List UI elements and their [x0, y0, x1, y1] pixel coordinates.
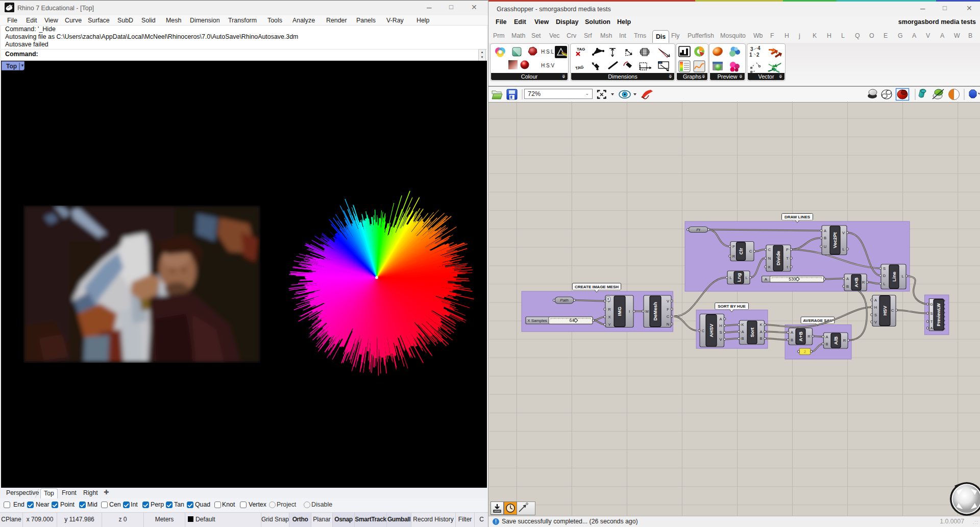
svg-text:A: A [765, 277, 768, 282]
svg-text:L: L [745, 275, 747, 280]
svg-text:C: C [702, 329, 705, 333]
svg-text:A: A [846, 277, 849, 281]
svg-text:Divide: Divide [775, 251, 781, 266]
svg-text:Clr: Clr [738, 248, 744, 255]
svg-text:L: L [901, 274, 903, 279]
svg-text:A: A [719, 317, 722, 321]
svg-text:R: R [807, 334, 811, 339]
svg-text:P: P [786, 247, 789, 252]
svg-text:N: N [667, 322, 669, 327]
svg-text:B: B [825, 342, 828, 346]
svg-text:A+B: A+B [798, 332, 803, 341]
svg-text:R: R [608, 307, 611, 312]
svg-text:F: F [667, 307, 669, 312]
svg-text:B: B [741, 336, 744, 341]
svg-text:2: 2 [756, 52, 760, 58]
svg-text:X Samples: X Samples [527, 318, 547, 323]
svg-text:TAG: TAG [577, 47, 585, 52]
svg-text:A×B: A×B [853, 278, 859, 287]
svg-text:B: B [846, 284, 849, 289]
svg-text:L: L [883, 282, 885, 286]
svg-text:D: D [883, 273, 886, 278]
svg-text:K: K [741, 322, 744, 327]
svg-text:SORT BY HUE: SORT BY HUE [718, 304, 746, 309]
svg-text:V: V [667, 299, 669, 304]
svg-text:2: 2 [804, 349, 806, 354]
svg-text:Line: Line [891, 271, 897, 282]
svg-text:HSV: HSV [882, 306, 888, 316]
svg-text:TAG: TAG [575, 65, 584, 71]
svg-text:G: G [930, 302, 933, 307]
svg-text:PreviewLW: PreviewLW [936, 303, 941, 326]
svg-text:R: R [862, 280, 865, 285]
svg-text:B: B [824, 236, 826, 240]
svg-text:C: C [667, 314, 670, 319]
svg-text:V: V [842, 231, 845, 235]
svg-text:S: S [874, 313, 877, 317]
svg-text:V: V [874, 320, 877, 324]
svg-text:B: B [760, 336, 762, 341]
svg-text:T: T [930, 319, 933, 324]
svg-text:Vec2Pt: Vec2Pt [832, 232, 838, 248]
svg-text:S: S [930, 311, 933, 316]
svg-text:N: N [768, 256, 771, 261]
svg-text:S: S [883, 266, 886, 271]
svg-text:DeMesh: DeMesh [652, 302, 658, 321]
svg-text:CREATE IMAGE MESH: CREATE IMAGE MESH [575, 285, 619, 289]
svg-text:L: L [729, 275, 731, 280]
svg-text:L: L [842, 247, 844, 252]
svg-text:C: C [749, 249, 752, 254]
svg-text:IMG: IMG [617, 307, 622, 316]
svg-text:C: C [891, 308, 894, 313]
svg-text:S: S [719, 330, 722, 335]
svg-text:C: C [768, 247, 771, 252]
svg-text:P: P [732, 244, 735, 249]
svg-text:R: R [732, 254, 736, 259]
svg-text:I: I [629, 309, 630, 314]
svg-text:A: A [741, 330, 744, 334]
svg-text:H: H [719, 323, 722, 328]
svg-text:Lng: Lng [736, 273, 742, 282]
svg-text:U: U [824, 244, 826, 249]
svg-text:4: 4 [757, 45, 761, 51]
svg-text:A/B: A/B [833, 336, 839, 345]
svg-text:1: 1 [749, 52, 752, 58]
svg-text:DRAW LINES: DRAW LINES [785, 215, 811, 219]
svg-text:V: V [719, 337, 722, 342]
svg-text:T: T [786, 256, 789, 261]
svg-text:X: X [608, 315, 610, 319]
svg-text:A: A [760, 330, 762, 334]
svg-text:A: A [791, 330, 793, 335]
svg-text:Sort: Sort [749, 327, 755, 337]
svg-text:K: K [768, 265, 771, 269]
svg-text:R: R [843, 338, 846, 343]
svg-text:K: K [760, 322, 762, 327]
svg-text:Y: Y [608, 322, 610, 327]
svg-text:M: M [645, 309, 648, 314]
svg-text:A: A [825, 335, 828, 339]
svg-text:H: H [874, 305, 877, 310]
svg-text:3: 3 [750, 46, 753, 52]
svg-text:530: 530 [789, 277, 796, 282]
svg-text:A: A [824, 229, 826, 233]
svg-text:Path: Path [560, 298, 569, 303]
svg-text:A: A [930, 326, 933, 331]
svg-text:AHSV: AHSV [708, 323, 714, 337]
svg-text:B: B [791, 338, 793, 342]
svg-text:Pt: Pt [696, 228, 700, 232]
svg-text:A: A [874, 298, 877, 303]
